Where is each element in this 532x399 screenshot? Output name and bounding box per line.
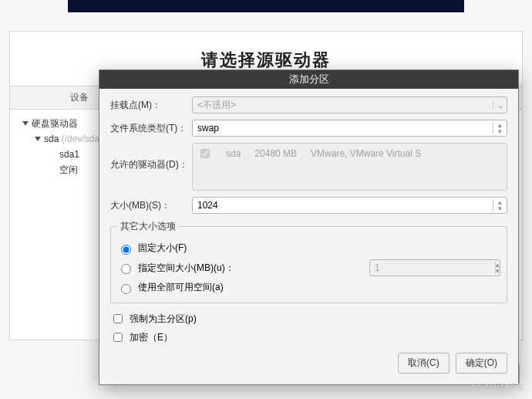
extra-size-fieldset: 其它大小选项 固定大小(F) 指定空间大小(MB)(u)： ▴▾ 使用全部可用空… — [110, 220, 507, 303]
encrypt-row[interactable]: 加密（E） — [110, 328, 507, 347]
updown-icon: ▴▾ — [493, 199, 507, 211]
size-row: 大小(MB)(S)： ▴▾ — [110, 197, 507, 214]
force-primary-checkbox[interactable] — [113, 314, 123, 323]
radio-fixed-label: 固定大小(F) — [138, 242, 187, 255]
radio-fillto-label: 指定空间大小(MB)(u)： — [138, 262, 234, 275]
radio-fixed[interactable] — [121, 245, 131, 255]
fstype-combo[interactable]: ▴▾ — [192, 120, 507, 137]
force-primary-label: 强制为主分区(p) — [130, 313, 197, 326]
size-field[interactable]: ▴▾ — [192, 197, 507, 214]
force-primary-row[interactable]: 强制为主分区(p) — [110, 309, 507, 328]
chevron-down-icon — [35, 137, 41, 141]
radio-fixed-row[interactable]: 固定大小(F) — [117, 239, 500, 257]
tree-disk-label: sda — [44, 131, 59, 147]
size-label: 大小(MB)(S)： — [110, 199, 192, 212]
radio-fillall-label: 使用全部可用空间(a) — [138, 281, 224, 294]
fillto-input — [370, 262, 495, 273]
encrypt-label: 加密（E） — [130, 331, 173, 344]
mountpoint-combo[interactable]: ⌄ — [192, 96, 507, 113]
chevron-down-icon — [22, 121, 29, 126]
fstype-label: 文件系统类型(T)： — [110, 122, 192, 135]
dialog-body: 挂载点(M)： ⌄ 文件系统类型(T)： ▴▾ 允许的驱动器(D)： sda 2… — [99, 89, 518, 384]
fstype-row: 文件系统类型(T)： ▴▾ — [110, 120, 507, 137]
mountpoint-row: 挂载点(M)： ⌄ — [110, 96, 507, 113]
drive-size: 20480 MB — [254, 148, 297, 159]
fillto-field: ▴▾ — [369, 259, 500, 276]
tree-part-label: sda1 — [59, 147, 79, 162]
updown-icon: ▴▾ — [493, 122, 507, 134]
fstype-input[interactable] — [193, 123, 493, 134]
drive-model: VMware, VMware Virtual S — [311, 148, 421, 159]
add-partition-dialog: 添加分区 挂载点(M)： ⌄ 文件系统类型(T)： ▴▾ 允许的驱动器(D)： … — [99, 69, 519, 385]
radio-fillall-row[interactable]: 使用全部可用空间(a) — [117, 279, 500, 296]
radio-fillto[interactable] — [121, 264, 131, 274]
tree-free-label: 空闲 — [59, 162, 78, 178]
drive-name: sda — [226, 148, 241, 159]
size-input[interactable] — [193, 200, 493, 211]
mountpoint-label: 挂载点(M)： — [110, 99, 192, 112]
drives-row: 允许的驱动器(D)： sda 20480 MB VMware, VMware V… — [110, 143, 507, 191]
top-dark-banner — [68, 0, 464, 14]
extra-size-legend: 其它大小选项 — [117, 220, 179, 233]
radio-fillto-row[interactable]: 指定空间大小(MB)(u)： ▴▾ — [117, 257, 500, 279]
updown-icon: ▴▾ — [495, 262, 500, 274]
encrypt-checkbox[interactable] — [113, 333, 123, 342]
tree-root-label: 硬盘驱动器 — [32, 116, 78, 131]
drives-label: 允许的驱动器(D)： — [110, 158, 192, 171]
page-title: 请选择源驱动器 — [10, 49, 522, 72]
dialog-buttons: 取消(C) 确定(O) — [110, 347, 507, 374]
cancel-button[interactable]: 取消(C) — [398, 353, 450, 374]
ok-button[interactable]: 确定(O) — [456, 353, 507, 374]
chevron-down-icon: ⌄ — [493, 101, 507, 110]
allowed-drives-box[interactable]: sda 20480 MB VMware, VMware Virtual S — [192, 143, 507, 191]
drive-row[interactable]: sda 20480 MB VMware, VMware Virtual S — [197, 147, 502, 161]
radio-fillall[interactable] — [121, 284, 131, 294]
tree-disk-path: (/dev/sda) — [62, 131, 103, 147]
dialog-title: 添加分区 — [99, 70, 518, 89]
mountpoint-input — [193, 100, 493, 110]
drive-checkbox — [200, 149, 210, 158]
